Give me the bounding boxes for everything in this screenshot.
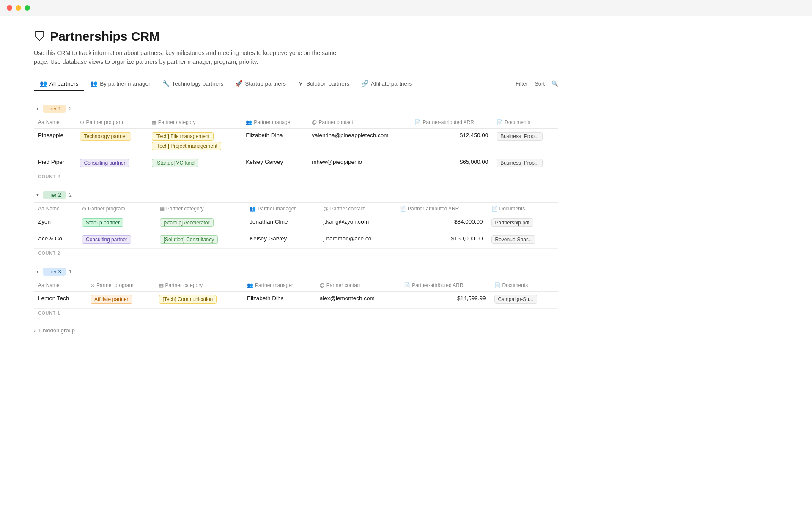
- row-partner-category: [Tech] File management [Tech] Project ma…: [148, 129, 242, 155]
- col-documents: 📄Documents: [487, 203, 558, 215]
- minimize-button[interactable]: [16, 5, 21, 11]
- count-label: COUNT 2: [34, 249, 558, 258]
- tab-affiliate-icon: 🔗: [361, 80, 368, 87]
- tier3-count: 1: [69, 268, 72, 275]
- maximize-button[interactable]: [25, 5, 30, 11]
- section-tier3: ▼ Tier 3 1 AaName ⊙Partner program ▦Part…: [34, 264, 558, 317]
- doc-tag[interactable]: Revenue-Shar...: [491, 235, 536, 244]
- count-row: COUNT 2: [34, 172, 558, 181]
- row-name[interactable]: Pineapple: [34, 129, 76, 155]
- tab-bar: 👥 All partners 👥 By partner manager 🔧 Te…: [34, 77, 558, 91]
- row-partner-manager: Kelsey Garvey: [241, 155, 307, 172]
- category-tag: [Startup] VC fund: [152, 159, 198, 167]
- row-name[interactable]: Pied Piper: [34, 155, 76, 172]
- col-partner-manager: 👥Partner manager: [241, 116, 307, 129]
- tab-solution-icon: ⛛: [298, 80, 304, 87]
- filter-button[interactable]: Filter: [516, 80, 528, 87]
- row-partner-category: [Tech] Communication: [155, 292, 243, 309]
- doc-tag[interactable]: Business_Prop...: [497, 132, 543, 141]
- col-partner-contact: @Partner contact: [307, 116, 410, 129]
- col-name: AaName: [34, 203, 78, 215]
- row-partner-manager: Kelsey Garvey: [245, 232, 319, 249]
- search-icon[interactable]: 🔍: [551, 80, 558, 87]
- partner-program-tag: Technology partner: [80, 132, 131, 141]
- col-partner-contact: @Partner contact: [319, 203, 395, 215]
- count-label: COUNT 1: [34, 309, 558, 318]
- table-row: Lemon Tech Affiliate partner [Tech] Comm…: [34, 292, 558, 309]
- table-row: Ace & Co Consulting partner [Solution] C…: [34, 232, 558, 249]
- hidden-group[interactable]: › 1 hidden group: [34, 324, 558, 337]
- close-button[interactable]: [7, 5, 12, 11]
- col-arr: 📄Partner-attributed ARR: [410, 116, 492, 129]
- col-partner-program: ⊙Partner program: [86, 279, 154, 292]
- page-icon: ⛉: [34, 30, 46, 44]
- row-partner-manager: Jonathan Cline: [245, 215, 319, 232]
- row-documents: Partnership.pdf: [487, 215, 558, 232]
- tab-all-partners[interactable]: 👥 All partners: [34, 77, 84, 91]
- sort-button[interactable]: Sort: [535, 80, 545, 87]
- col-partner-manager: 👥Partner manager: [243, 279, 315, 292]
- tab-by-partner-manager[interactable]: 👥 By partner manager: [84, 77, 156, 91]
- row-arr: $65,000.00: [410, 155, 492, 172]
- row-partner-category: [Startup] Accelerator: [156, 215, 246, 232]
- row-partner-program: Consulting partner: [76, 155, 147, 172]
- category-tag: [Solution] Consultancy: [160, 235, 218, 244]
- hidden-group-label: 1 hidden group: [38, 327, 75, 334]
- page-description: Use this CRM to track information about …: [34, 49, 338, 66]
- col-name: AaName: [34, 116, 76, 129]
- row-partner-program: Consulting partner: [78, 232, 156, 249]
- table-row: Zyon Startup partner [Startup] Accelerat…: [34, 215, 558, 232]
- tab-startup-icon: 🚀: [235, 80, 242, 87]
- doc-tag[interactable]: Partnership.pdf: [491, 218, 533, 227]
- col-partner-manager: 👥Partner manager: [245, 203, 319, 215]
- row-name[interactable]: Ace & Co: [34, 232, 78, 249]
- col-documents: 📄Documents: [492, 116, 558, 129]
- row-name[interactable]: Zyon: [34, 215, 78, 232]
- partner-program-tag: Consulting partner: [82, 235, 131, 244]
- col-partner-category: ▦Partner category: [155, 279, 243, 292]
- tab-by-partner-manager-icon: 👥: [90, 80, 97, 87]
- tab-all-partners-label: All partners: [49, 80, 78, 87]
- doc-tag[interactable]: Business_Prop...: [497, 159, 543, 167]
- row-arr: $150,000.00: [395, 232, 487, 249]
- section-tier1-header[interactable]: ▼ Tier 1 2: [34, 101, 558, 116]
- tab-actions: Filter Sort 🔍: [516, 80, 558, 87]
- tab-affiliate-partners[interactable]: 🔗 Affiliate partners: [355, 77, 418, 91]
- category-tag: [Tech] Communication: [159, 295, 217, 304]
- tab-startup-partners[interactable]: 🚀 Startup partners: [229, 77, 292, 91]
- row-partner-contact: j.kang@zyon.com: [319, 215, 395, 232]
- tier1-count: 2: [69, 105, 72, 112]
- chevron-down-icon: ▼: [36, 193, 40, 197]
- col-partner-category: ▦Partner category: [156, 203, 246, 215]
- tab-solution-partners[interactable]: ⛛ Solution partners: [292, 77, 355, 91]
- section-tier2-header[interactable]: ▼ Tier 2 2: [34, 188, 558, 202]
- doc-tag[interactable]: Campaign-Su...: [494, 295, 537, 304]
- chevron-right-icon: ›: [34, 327, 36, 334]
- row-partner-contact: valentina@pineappletech.com: [307, 129, 410, 155]
- col-arr: 📄Partner-attributed ARR: [395, 203, 487, 215]
- row-partner-contact: mhew@piedpiper.io: [307, 155, 410, 172]
- tab-technology-partners[interactable]: 🔧 Technology partners: [156, 77, 230, 91]
- col-arr: 📄Partner-attributed ARR: [400, 279, 490, 292]
- row-partner-contact: alex@lemontech.com: [315, 292, 400, 309]
- tier3-header-row: AaName ⊙Partner program ▦Partner categor…: [34, 279, 558, 292]
- tab-affiliate-label: Affiliate partners: [371, 80, 412, 87]
- partner-program-tag: Startup partner: [82, 218, 123, 227]
- section-tier3-header[interactable]: ▼ Tier 3 1: [34, 264, 558, 279]
- partner-program-tag: Affiliate partner: [91, 295, 132, 304]
- tab-by-partner-manager-label: By partner manager: [100, 80, 150, 87]
- row-partner-category: [Startup] VC fund: [148, 155, 242, 172]
- row-arr: $14,599.99: [400, 292, 490, 309]
- row-documents: Revenue-Shar...: [487, 232, 558, 249]
- chevron-down-icon: ▼: [36, 106, 40, 111]
- row-partner-manager: Elizabeth Dlha: [241, 129, 307, 155]
- tier2-count: 2: [69, 192, 72, 198]
- col-partner-category: ▦Partner category: [148, 116, 242, 129]
- category-tag: [Startup] Accelerator: [160, 218, 214, 227]
- col-partner-program: ⊙Partner program: [78, 203, 156, 215]
- row-name[interactable]: Lemon Tech: [34, 292, 86, 309]
- titlebar: [0, 0, 812, 16]
- page-title-row: ⛉ Partnerships CRM: [34, 29, 558, 44]
- tier1-badge: Tier 1: [43, 105, 66, 113]
- page-title: Partnerships CRM: [50, 29, 160, 44]
